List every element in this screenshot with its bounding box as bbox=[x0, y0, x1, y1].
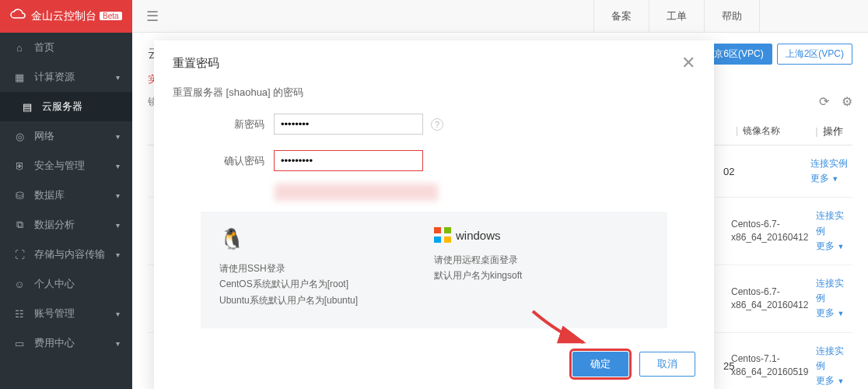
windows-info: windows 请使用远程桌面登录 默认用户名为kingsoft bbox=[434, 227, 649, 308]
confirm-password-input[interactable] bbox=[274, 150, 423, 171]
windows-line1: 请使用远程桌面登录 bbox=[434, 252, 649, 268]
reset-password-modal: 重置密码 ✕ 重置服务器 [shaohua] 的密码 新密码 ? 确认密码 🐧 … bbox=[154, 40, 714, 389]
new-password-input[interactable] bbox=[274, 114, 423, 135]
confirm-password-label: 确认密码 bbox=[173, 154, 274, 168]
redacted-area bbox=[275, 184, 438, 201]
linux-icon: 🐧 bbox=[219, 227, 244, 251]
modal-overlay: 重置密码 ✕ 重置服务器 [shaohua] 的密码 新密码 ? 确认密码 🐧 … bbox=[0, 0, 868, 389]
linux-line3: Ubuntu系统默认用户名为[ubuntu] bbox=[219, 293, 434, 308]
modal-title: 重置密码 bbox=[173, 56, 219, 71]
ok-button[interactable]: 确定 bbox=[572, 352, 628, 377]
linux-line1: 请使用SSH登录 bbox=[219, 261, 434, 276]
new-password-label: 新密码 bbox=[173, 117, 274, 131]
help-icon[interactable]: ? bbox=[431, 118, 443, 131]
windows-line2: 默认用户名为kingsoft bbox=[434, 268, 649, 283]
modal-subtitle: 重置服务器 [shaohua] 的密码 bbox=[154, 86, 714, 106]
windows-title: windows bbox=[456, 229, 501, 242]
windows-icon bbox=[434, 227, 451, 243]
cancel-button[interactable]: 取消 bbox=[639, 352, 695, 377]
linux-line2: CentOS系统默认用户名为[root] bbox=[219, 276, 434, 292]
close-icon[interactable]: ✕ bbox=[681, 53, 695, 73]
os-info-panel: 🐧 请使用SSH登录 CentOS系统默认用户名为[root] Ubuntu系统… bbox=[201, 212, 667, 328]
linux-info: 🐧 请使用SSH登录 CentOS系统默认用户名为[root] Ubuntu系统… bbox=[219, 227, 434, 308]
